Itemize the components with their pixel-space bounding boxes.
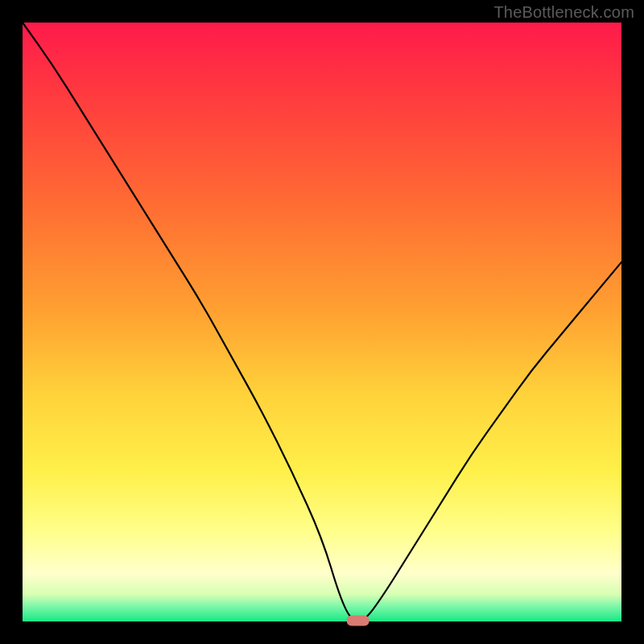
plot-background [23, 23, 621, 621]
optimal-marker [347, 616, 369, 626]
watermark-text: TheBottleneck.com [493, 3, 634, 22]
chart-frame: TheBottleneck.com [0, 0, 644, 644]
bottleneck-chart [0, 0, 644, 644]
